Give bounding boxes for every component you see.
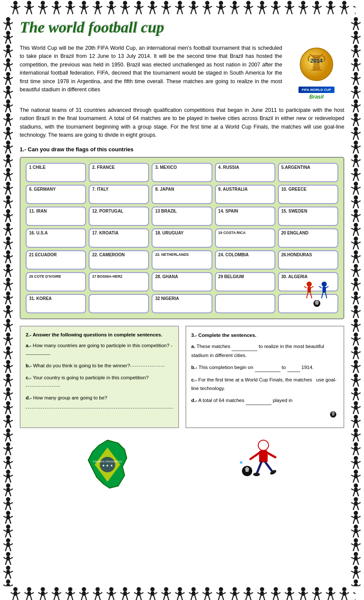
fifa-label: FIFA WORLD CUP	[298, 87, 335, 93]
question3-title: 3.- Complete the sentences.	[191, 331, 339, 339]
svg-rect-17	[311, 69, 322, 71]
question3-item-d: d.- A total of 64 matches played in	[191, 396, 339, 405]
country-box-33	[215, 294, 275, 313]
soccer-players-icon	[301, 278, 339, 316]
bottom-section: 2.- Answer the following questions in co…	[20, 326, 344, 428]
svg-point-36	[258, 440, 269, 450]
kicking-player-icon	[238, 437, 285, 492]
main-content-row: The world football cup The world footbal…	[0, 16, 364, 586]
left-border	[0, 16, 16, 586]
svg-line-40	[257, 462, 261, 473]
answer-box: 2.- Answer the following questions in co…	[20, 326, 179, 428]
country-box-31	[89, 294, 149, 313]
right-border	[348, 16, 364, 586]
country-box-8: 9. AUSTRALIA	[215, 185, 275, 204]
svg-line-26	[319, 286, 322, 288]
country-box-3: 4. RUSSIA	[215, 163, 275, 182]
main-content: The world football cup The world footbal…	[16, 16, 348, 586]
top-border	[0, 0, 364, 16]
page-wrapper: The world football cup The world footbal…	[0, 0, 364, 600]
svg-text:★ ★ ★: ★ ★ ★	[102, 464, 113, 468]
svg-text:ORDEM E PROGRESSO: ORDEM E PROGRESSO	[92, 460, 122, 463]
svg-line-38	[251, 453, 259, 459]
svg-line-28	[322, 293, 323, 298]
fifa-trophy-icon: 2014	[297, 46, 336, 85]
question2-item-a: a.- How many countries are going to part…	[26, 342, 173, 358]
question2-item-c: c.- Your country is going to participle …	[26, 374, 173, 390]
title-main: The world football cup	[20, 18, 344, 36]
complete-box: 3.- Complete the sentences. a. These mat…	[185, 326, 345, 428]
country-box-23: 24. COLOMBIA	[215, 250, 275, 270]
country-box-6: 7. ITALY	[89, 185, 149, 204]
country-box-5: 6. GERMANY	[26, 185, 86, 204]
svg-rect-52	[348, 16, 364, 586]
country-box-11: 12. PORTUGAL	[89, 207, 149, 226]
country-box-30: 31. KOREA	[26, 294, 86, 313]
country-box-4: 5.ARGENTINA	[278, 163, 338, 182]
svg-line-20	[304, 286, 307, 288]
question2-title: 2.- Answer the following questions in co…	[26, 331, 173, 339]
flags-grid-container: 1 CHILE2. FRANCE3. MEXICO4. RUSSIA5.ARGE…	[20, 157, 344, 319]
svg-rect-59	[9, 586, 355, 600]
intro-section: This World Cup will be the 20th FIFA Wor…	[20, 44, 344, 100]
brazil-map-icon: ★ ★ ★ ORDEM E PROGRESSO	[80, 437, 135, 492]
country-box-0: 1 CHILE	[26, 163, 86, 182]
country-box-17: 18. URUGUAY	[152, 228, 212, 248]
country-box-22: 23. NETHERLANDS	[152, 250, 212, 270]
svg-rect-6	[9, 0, 355, 16]
fifa-logo-area: 2014 FIFA WORLD CUP Brasil	[289, 44, 344, 100]
country-box-20: 21 ECUADOR	[26, 250, 86, 270]
title-wrapper: The world football cup The world footbal…	[20, 18, 344, 40]
country-box-15: 16. U.S.A	[26, 228, 86, 248]
svg-line-29	[325, 293, 327, 298]
svg-line-22	[307, 293, 308, 298]
country-box-21: 22. CAMEROON	[89, 250, 149, 270]
country-box-10: 11. IRAN	[26, 207, 86, 226]
svg-rect-13	[0, 16, 16, 586]
svg-rect-16	[313, 68, 320, 69]
country-box-16: 17. KROATIA	[89, 228, 149, 248]
country-box-14: 15. SWEDEN	[278, 207, 338, 226]
soccer-ball-decoration	[191, 409, 339, 423]
question3-item-c: c.- For the first time at a World Cup Fi…	[191, 375, 339, 393]
svg-line-23	[310, 293, 312, 298]
svg-point-42	[253, 473, 260, 476]
country-box-19: 20 ENGLAND	[278, 228, 338, 248]
bottom-decorations: ★ ★ ★ ORDEM E PROGRESSO	[20, 437, 344, 492]
svg-rect-25	[322, 287, 326, 293]
country-box-28: 29 BELGIUM	[215, 272, 275, 291]
svg-rect-19	[307, 287, 311, 293]
svg-point-24	[322, 282, 327, 287]
svg-line-39	[268, 453, 275, 457]
svg-rect-37	[259, 450, 268, 462]
country-box-7: 8. JAPAN	[152, 185, 212, 204]
svg-text:2014: 2014	[310, 57, 323, 64]
svg-point-18	[307, 282, 312, 287]
bottom-border	[0, 586, 364, 600]
svg-line-27	[326, 286, 328, 288]
country-box-32: 32 NIGERIA	[152, 294, 212, 313]
intro-paragraph: This World Cup will be the 20th FIFA Wor…	[20, 44, 282, 100]
svg-line-21	[311, 286, 313, 288]
country-box-12: 13 BRAZIL	[152, 207, 212, 226]
country-box-1: 2. FRANCE	[89, 163, 149, 182]
flags-grid: 1 CHILE2. FRANCE3. MEXICO4. RUSSIA5.ARGE…	[26, 163, 338, 313]
country-box-26: 27 BOSNIA-HERZ	[89, 272, 149, 291]
second-paragraph: The national teams of 31 countries advan…	[20, 106, 344, 140]
country-box-24: 26.HONDURAS	[278, 250, 338, 270]
country-box-18: 19 COSTA RICA	[215, 228, 275, 248]
question2-item-d: d.- How many group are going to be?	[26, 394, 173, 411]
question1-label: 1.- Can you draw the flags of this count…	[20, 146, 344, 153]
svg-point-45	[240, 461, 242, 464]
country-box-27: 28. GHANA	[152, 272, 212, 291]
country-box-9: 10. GREECE	[278, 185, 338, 204]
question2-item-b: b.- What do you think is going to be the…	[26, 362, 173, 370]
question3-item-b: b.- This completion begin on to 1914.	[191, 363, 339, 372]
brasil-label: Brasil	[309, 94, 323, 100]
country-box-13: 14. SPAIN	[215, 207, 275, 226]
country-box-2: 3. MEXICO	[152, 163, 212, 182]
svg-line-41	[266, 462, 272, 471]
country-box-25: 25 COTE D'IVOIRE	[26, 272, 86, 291]
question3-item-a: a. These matches to realize in the most …	[191, 342, 339, 360]
